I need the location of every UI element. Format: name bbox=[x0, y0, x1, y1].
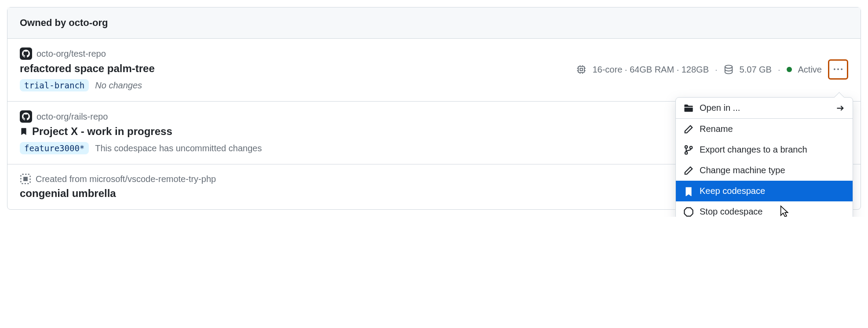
folder-open-icon bbox=[684, 103, 693, 113]
pencil-icon bbox=[684, 166, 693, 175]
panel-title: Owned by octo-org bbox=[20, 17, 108, 28]
menu-open-in[interactable]: Open in ... bbox=[676, 98, 853, 119]
panel-header: Owned by octo-org bbox=[7, 7, 861, 39]
status-dot-icon bbox=[787, 67, 792, 72]
repo-path[interactable]: octo-org/test-repo bbox=[36, 49, 106, 59]
stop-icon bbox=[684, 207, 693, 217]
cpu-icon bbox=[576, 65, 586, 74]
branch-chip[interactable]: feature3000* bbox=[20, 142, 89, 154]
github-avatar-icon bbox=[20, 47, 32, 60]
svg-rect-6 bbox=[23, 177, 28, 181]
svg-rect-0 bbox=[579, 66, 585, 73]
menu-keep-codespace[interactable]: Keep codespace bbox=[676, 181, 853, 201]
menu-change-machine[interactable]: Change machine type bbox=[676, 160, 853, 181]
menu-export-branch[interactable]: Export changes to a branch bbox=[676, 139, 853, 160]
svg-point-11 bbox=[690, 146, 693, 149]
changes-text: This codespace has uncommitted changes bbox=[95, 143, 262, 153]
menu-rename[interactable]: Rename bbox=[676, 119, 853, 139]
svg-point-10 bbox=[685, 152, 688, 154]
template-repo-icon bbox=[20, 173, 31, 185]
bookmark-outline-icon bbox=[684, 186, 693, 196]
github-avatar-icon bbox=[20, 110, 32, 123]
repo-path[interactable]: octo-org/rails-repo bbox=[36, 112, 108, 122]
menu-stop-codespace[interactable]: Stop codespace bbox=[676, 201, 853, 217]
specs-text: 16-core · 64GB RAM · 128GB bbox=[592, 65, 709, 75]
storage-text: 5.07 GB bbox=[740, 65, 772, 75]
git-branch-icon bbox=[684, 145, 693, 155]
changes-text: No changes bbox=[95, 80, 142, 91]
codespace-name[interactable]: congenial umbrella bbox=[20, 187, 116, 200]
codespace-name[interactable]: Project X - work in progress bbox=[32, 125, 172, 138]
codespace-row: octo-org/test-repo refactored space palm… bbox=[7, 39, 861, 102]
pencil-icon bbox=[684, 124, 693, 134]
status-text: Active bbox=[798, 65, 822, 75]
svg-point-2 bbox=[725, 65, 732, 68]
svg-rect-1 bbox=[580, 68, 583, 71]
created-from-text: Created from microsoft/vscode-remote-try… bbox=[36, 174, 216, 184]
database-icon bbox=[724, 65, 733, 74]
codespace-actions-menu: Open in ... Rename Export changes to a b… bbox=[675, 97, 853, 217]
kebab-menu-button[interactable] bbox=[828, 59, 848, 80]
svg-point-9 bbox=[685, 146, 688, 148]
bookmark-icon bbox=[20, 127, 28, 136]
codespace-name[interactable]: refactored space palm-tree bbox=[20, 62, 155, 75]
arrow-right-icon bbox=[836, 104, 845, 113]
branch-chip[interactable]: trial-branch bbox=[20, 79, 89, 91]
